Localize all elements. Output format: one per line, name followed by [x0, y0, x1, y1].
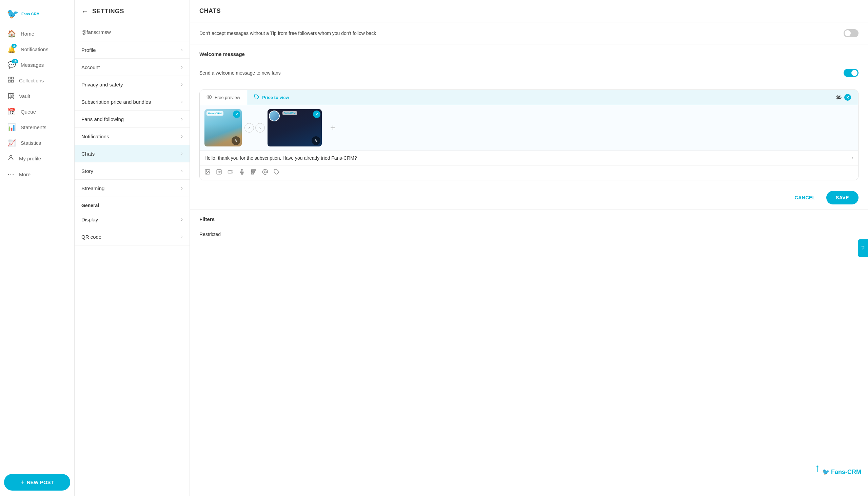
- chevron-icon: ›: [181, 151, 183, 157]
- svg-rect-2: [9, 80, 11, 82]
- price-to-view-label: Price to view: [262, 95, 289, 100]
- save-button[interactable]: SAVE: [826, 191, 858, 204]
- help-icon: ?: [861, 245, 865, 251]
- media-avatar: [269, 110, 280, 121]
- message-composer: Free preview Price to view $5: [199, 90, 858, 180]
- nav-arrows: ‹ ›: [245, 123, 265, 133]
- prev-arrow-button[interactable]: ‹: [245, 123, 254, 133]
- back-button[interactable]: ←: [81, 7, 88, 15]
- edit-media-2-button[interactable]: ✎: [312, 136, 321, 145]
- profile-icon: [7, 154, 14, 163]
- sidebar-item-label: More: [19, 172, 31, 177]
- edit-media-1-button[interactable]: ✎: [232, 136, 241, 145]
- eye-icon: [206, 94, 212, 101]
- fans-crm-badge: Fans-CRM: [206, 111, 223, 115]
- sidebar-item-label: Statistics: [21, 140, 41, 146]
- message-text-row[interactable]: Hello, thank you for the subscription. H…: [200, 151, 858, 165]
- mention-icon[interactable]: [262, 169, 268, 177]
- settings-item-privacy[interactable]: Privacy and safety ›: [75, 76, 189, 93]
- general-section-label: General: [75, 197, 189, 211]
- chevron-icon: ›: [181, 133, 183, 139]
- help-button[interactable]: ?: [858, 239, 868, 257]
- sidebar-nav: 🏠 Home 🔔 Notifications 3 💬 Messages 18 C…: [0, 26, 74, 468]
- settings-item-subscription[interactable]: Subscription price and bundles ›: [75, 93, 189, 110]
- settings-item-chats[interactable]: Chats ›: [75, 145, 189, 162]
- chevron-icon: ›: [181, 168, 183, 174]
- remove-media-2-button[interactable]: ×: [313, 110, 321, 118]
- settings-item-display[interactable]: Display ›: [75, 211, 189, 228]
- sidebar-item-collections[interactable]: Collections: [3, 73, 72, 88]
- chevron-icon: ›: [181, 47, 183, 53]
- sidebar-item-vault[interactable]: 🖼 Vault: [3, 89, 72, 104]
- filters-section: Filters Restricted: [190, 209, 868, 242]
- free-preview-tab[interactable]: Free preview: [200, 90, 247, 105]
- sidebar-item-queue[interactable]: 📅 Queue: [3, 104, 72, 119]
- settings-header: ← SETTINGS: [75, 0, 189, 23]
- fans-crm-badge-2: Fans-CRM: [282, 111, 297, 115]
- logo-text: Fans CRM: [21, 12, 40, 16]
- sidebar-item-statements[interactable]: 📊 Statements: [3, 120, 72, 135]
- filters-title: Filters: [199, 216, 858, 222]
- message-text: Hello, thank you for the subscription. H…: [204, 155, 357, 161]
- sidebar-item-my-profile[interactable]: My profile: [3, 151, 72, 166]
- new-post-button[interactable]: + NEW POST: [4, 474, 70, 491]
- queue-icon: 📅: [7, 107, 16, 115]
- chats-label: Chats: [81, 151, 95, 157]
- settings-item-notifications[interactable]: Notifications ›: [75, 128, 189, 145]
- no-tip-toggle-row: Don't accept messages without a Tip from…: [190, 22, 868, 44]
- collections-icon: [7, 76, 14, 85]
- gif-icon[interactable]: GIF: [216, 169, 222, 177]
- settings-item-qr-code[interactable]: QR code ›: [75, 228, 189, 246]
- settings-item-account[interactable]: Account ›: [75, 59, 189, 76]
- sidebar-item-label: Notifications: [21, 46, 48, 52]
- notifications-badge: 3: [12, 44, 17, 48]
- main-content: ← SETTINGS @fanscrmsw Profile › Account …: [75, 0, 868, 496]
- video-icon[interactable]: [228, 169, 234, 177]
- notifications-label: Notifications: [81, 134, 109, 139]
- settings-item-story[interactable]: Story ›: [75, 162, 189, 180]
- composer-tabs: Free preview Price to view $5: [200, 90, 858, 105]
- no-tip-toggle[interactable]: [843, 29, 858, 37]
- chevron-icon: ›: [181, 216, 183, 222]
- logo-icon: 🐦: [7, 8, 19, 19]
- display-label: Display: [81, 217, 98, 222]
- price-amount: $5: [836, 95, 841, 100]
- home-icon: 🏠: [7, 30, 16, 37]
- add-media-button[interactable]: +: [325, 109, 341, 146]
- poll-icon[interactable]: [251, 169, 257, 177]
- svg-text:GIF: GIF: [218, 171, 221, 173]
- sidebar-item-notifications[interactable]: 🔔 Notifications 3: [3, 42, 72, 57]
- settings-item-profile[interactable]: Profile ›: [75, 41, 189, 59]
- message-chevron-icon: ›: [852, 155, 853, 161]
- svg-marker-12: [232, 171, 233, 173]
- chevron-icon: ›: [181, 116, 183, 122]
- messages-badge: 18: [12, 59, 18, 63]
- sidebar-item-statistics[interactable]: 📈 Statistics: [3, 135, 72, 150]
- sidebar-item-label: Vault: [19, 93, 30, 99]
- remove-price-button[interactable]: ×: [844, 94, 851, 101]
- toggle-slider-on[interactable]: [843, 69, 858, 77]
- plus-icon: +: [20, 479, 24, 486]
- sidebar-item-more[interactable]: ⋯ More: [3, 167, 72, 182]
- cancel-button[interactable]: CANCEL: [788, 191, 822, 204]
- image-icon[interactable]: [204, 169, 211, 177]
- statements-icon: 📊: [7, 123, 16, 131]
- next-arrow-button[interactable]: ›: [255, 123, 265, 133]
- settings-item-streaming[interactable]: Streaming ›: [75, 180, 189, 197]
- sidebar: 🐦 Fans CRM 🏠 Home 🔔 Notifications 3 💬 Me…: [0, 0, 75, 496]
- settings-item-fans[interactable]: Fans and following ›: [75, 110, 189, 128]
- vault-icon: 🖼: [7, 92, 14, 100]
- remove-media-1-button[interactable]: ×: [233, 110, 241, 118]
- svg-rect-11: [228, 171, 232, 173]
- sidebar-item-messages[interactable]: 💬 Messages 18: [3, 57, 72, 72]
- settings-title: SETTINGS: [92, 8, 124, 15]
- tag-toolbar-icon[interactable]: [274, 169, 280, 177]
- qr-label: QR code: [81, 234, 102, 240]
- sidebar-item-home[interactable]: 🏠 Home: [3, 26, 72, 41]
- audio-icon[interactable]: [239, 169, 245, 177]
- statistics-icon: 📈: [7, 139, 16, 147]
- toggle-slider[interactable]: [843, 29, 858, 37]
- price-to-view-tab[interactable]: Price to view $5 ×: [247, 90, 858, 105]
- content-panel: CHATS Don't accept messages without a Ti…: [190, 0, 868, 496]
- send-welcome-toggle[interactable]: [843, 69, 858, 77]
